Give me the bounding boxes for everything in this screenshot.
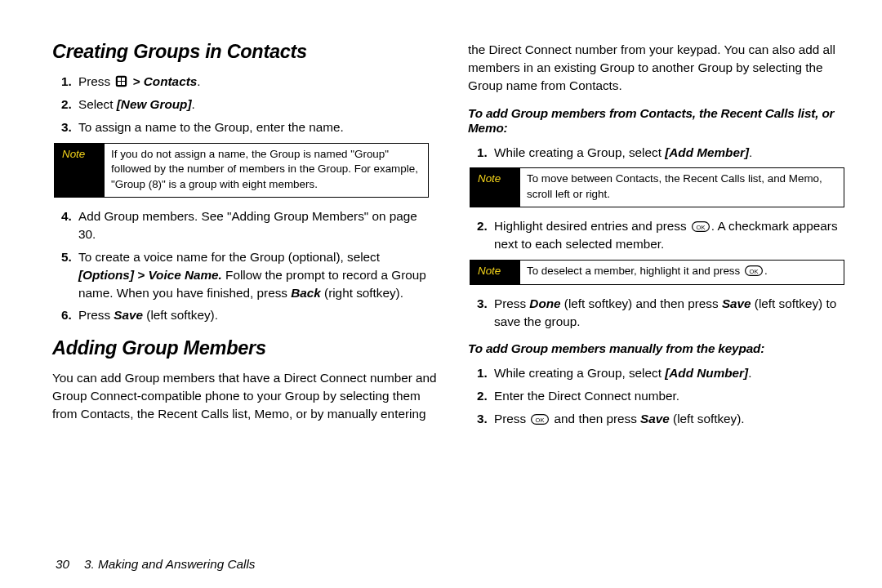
svg-rect-4: [122, 82, 125, 85]
heading-creating-groups: Creating Groups in Contacts: [52, 41, 437, 63]
text-bold-italic: Save: [722, 296, 751, 310]
text: (right softkey).: [324, 286, 403, 300]
step-b3: Press OK and then press Save (left softk…: [491, 410, 853, 428]
steps-add-from-contacts: While creating a Group, select [Add Memb…: [468, 144, 853, 162]
steps-add-from-contacts-end: Press Done (left softkey) and then press…: [468, 295, 853, 331]
heading-adding-members: Adding Group Members: [52, 337, 437, 359]
text: (left softkey) and then press: [564, 296, 719, 310]
step-b2: Enter the Direct Connect number.: [491, 387, 853, 405]
steps-add-manual: While creating a Group, select [Add Numb…: [468, 364, 853, 428]
note-body: If you do not assign a name, the Group i…: [105, 144, 428, 198]
menu-key-icon: [115, 75, 127, 87]
text: To create a voice name for the Group (op…: [78, 250, 380, 264]
steps-creating-groups-cont: Add Group members. See "Adding Group Mem…: [52, 207, 437, 324]
text-bold-italic: [Options] > Voice Name.: [78, 268, 222, 282]
text-bold-italic: > Contacts: [133, 74, 198, 88]
text-bold-italic: Save: [114, 308, 143, 322]
note-body: To move between Contacts, the Recent Cal…: [520, 168, 844, 207]
ok-key-icon: OK: [531, 414, 549, 425]
text: To deselect a member, highlight it and p…: [527, 265, 740, 277]
subhead-add-manual: To add Group members manually from the k…: [468, 341, 853, 356]
steps-creating-groups: Press > Contacts. Select [New Group]. To…: [52, 73, 437, 136]
text: Press: [494, 296, 526, 310]
subhead-add-from-contacts: To add Group members from Contacts, the …: [468, 106, 853, 136]
steps-add-from-contacts-cont: Highlight desired entries and press OK .…: [468, 217, 853, 253]
step-b1: While creating a Group, select [Add Numb…: [491, 364, 853, 382]
footer: 30 3. Making and Answering Calls: [52, 557, 853, 572]
text: While creating a Group, select: [494, 366, 662, 380]
text-bold-italic: Back: [291, 286, 321, 300]
step-6: Press Save (left softkey).: [75, 306, 437, 324]
text: While creating a Group, select: [494, 145, 662, 159]
text: (left softkey).: [673, 412, 745, 425]
svg-text:OK: OK: [536, 416, 545, 424]
text-bold-italic: Done: [529, 296, 560, 310]
step-1: Press > Contacts.: [75, 73, 437, 91]
text: .: [197, 74, 200, 88]
note-box-3: Note To deselect a member, highlight it …: [470, 260, 844, 285]
note-label: Note: [470, 261, 520, 284]
note-box-1: Note If you do not assign a name, the Gr…: [54, 143, 429, 198]
svg-text:OK: OK: [696, 224, 705, 231]
text-bold-italic: [Add Number]: [665, 366, 748, 380]
text: .: [192, 97, 195, 111]
para-adding-members: You can add Group members that have a Di…: [52, 369, 437, 423]
text: .: [749, 145, 752, 159]
ok-key-icon: OK: [692, 221, 710, 232]
col-left: Creating Groups in Contacts Press > Cont…: [52, 41, 437, 549]
note-label: Note: [470, 168, 520, 207]
text: Press: [78, 74, 110, 88]
step-a2: Highlight desired entries and press OK .…: [491, 217, 853, 253]
ok-key-icon: OK: [745, 265, 763, 276]
text: Select: [78, 97, 114, 111]
text: and then press: [555, 412, 637, 425]
text: Press: [494, 412, 526, 425]
svg-rect-3: [118, 82, 121, 85]
col-right: the Direct Connect number from your keyp…: [468, 41, 853, 549]
step-3: To assign a name to the Group, enter the…: [75, 118, 437, 136]
page: Creating Groups in Contacts Press > Cont…: [0, 0, 882, 588]
text-bold-italic: [New Group]: [117, 97, 192, 111]
text: .: [748, 366, 751, 380]
text-bold-italic: Save: [640, 412, 670, 425]
svg-rect-0: [116, 76, 127, 87]
step-a3: Press Done (left softkey) and then press…: [491, 295, 853, 331]
svg-rect-1: [118, 78, 121, 81]
step-4: Add Group members. See "Adding Group Mem…: [75, 207, 437, 243]
svg-text:OK: OK: [750, 268, 759, 275]
note-box-2: Note To move between Contacts, the Recen…: [470, 167, 844, 207]
text: Highlight desired entries and press: [494, 219, 687, 233]
step-2: Select [New Group].: [75, 96, 437, 114]
step-a1: While creating a Group, select [Add Memb…: [491, 144, 853, 162]
note-label: Note: [55, 144, 105, 198]
columns: Creating Groups in Contacts Press > Cont…: [52, 41, 853, 549]
svg-rect-2: [122, 78, 125, 81]
text: Press: [78, 308, 110, 322]
chapter-title: 3. Making and Answering Calls: [84, 557, 255, 572]
step-5: To create a voice name for the Group (op…: [75, 248, 437, 302]
text: (left softkey).: [146, 308, 218, 322]
text-bold-italic: [Add Member]: [665, 145, 749, 159]
para-continued: the Direct Connect number from your keyp…: [468, 41, 853, 95]
note-body: To deselect a member, highlight it and p…: [520, 261, 844, 284]
page-number: 30: [56, 557, 69, 572]
